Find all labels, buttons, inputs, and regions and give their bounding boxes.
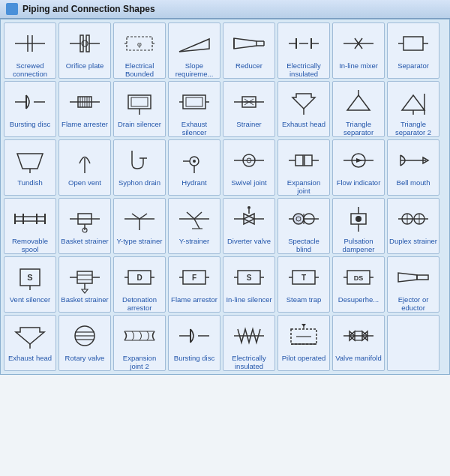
basket-strainer-icon <box>65 202 104 235</box>
svg-marker-146 <box>398 273 417 282</box>
shape-cell-y-strainer[interactable]: Y-strainer <box>168 198 220 254</box>
shape-cell-bursting-disc[interactable]: Bursting disc <box>4 81 56 137</box>
drain-silencer-icon <box>120 85 159 118</box>
svg-point-64 <box>193 160 196 163</box>
shape-cell-bell-mouth[interactable]: Bell mouth <box>387 139 440 196</box>
shape-cell-separator[interactable]: Separator <box>387 22 440 79</box>
shape-cell-bursting-disc-2[interactable]: Bursting disc <box>168 315 220 371</box>
shape-cell-triangle-separator[interactable]: Triangle separator <box>332 81 385 137</box>
electrically-insulated-label: Electrically insulated <box>280 61 328 79</box>
shape-cell-drain-silencer[interactable]: Drain silencer <box>113 81 166 137</box>
exhaust-head-icon <box>284 85 323 118</box>
shape-cell-flame-arrester[interactable]: Flame arrester <box>58 81 111 137</box>
shape-cell-ejector-eductor[interactable]: Ejector or eductor <box>387 256 440 313</box>
title-icon <box>6 3 18 15</box>
svg-marker-53 <box>347 95 370 110</box>
shape-cell-syphon-drain[interactable]: Syphon drain <box>113 139 166 196</box>
bursting-disc-icon <box>10 85 50 118</box>
spectacle-blind-label: Spectacle blind <box>280 237 328 254</box>
svg-text:F: F <box>192 274 196 282</box>
svg-point-103 <box>293 214 304 224</box>
expansion-joint-label: Expansion joint <box>280 178 328 196</box>
shape-cell-swivel-joint[interactable]: Swivel joint <box>223 139 275 196</box>
electrical-bounded-label: Electrical Bounded <box>116 61 164 79</box>
shape-cell-hydrant[interactable]: Hydrant <box>168 139 220 196</box>
in-line-mixer-icon <box>339 26 378 60</box>
shape-cell-rotary-valve[interactable]: Rotary valve <box>58 315 111 371</box>
shape-cell-steam-trap[interactable]: TSteam trap <box>278 256 330 313</box>
shape-cell-in-line-mixer[interactable]: In-line mixer <box>332 22 385 79</box>
shape-cell-flow-indicator[interactable]: Flow indicator <box>332 139 385 196</box>
tundish-icon <box>10 143 50 177</box>
shape-cell-slope-requirement[interactable]: Slope requireme... <box>168 22 220 79</box>
svg-text:D: D <box>136 274 142 282</box>
shape-cell-detonation-arrestor[interactable]: DDetonation arrestor <box>113 256 166 313</box>
svg-rect-121 <box>77 271 92 283</box>
shape-cell-electrically-insulated[interactable]: Electrically insulated <box>278 22 330 79</box>
shape-cell-electrical-bounded[interactable]: φElectrical Bounded <box>113 22 166 79</box>
svg-marker-148 <box>16 328 44 344</box>
shape-cell-expansion-joint-2[interactable]: Expansion joint 2 <box>113 315 166 371</box>
orifice-plate-icon <box>65 26 104 60</box>
svg-point-7 <box>82 40 88 46</box>
diverter-valve-icon <box>230 202 268 235</box>
removable-spool-icon <box>10 202 50 235</box>
hydrant-label: Hydrant <box>182 178 206 187</box>
shape-cell-diverter-valve[interactable]: Diverter valve <box>223 198 275 254</box>
shape-cell-orifice-plate[interactable]: Orifice plate <box>58 22 111 79</box>
y-strainer-icon <box>175 202 214 235</box>
shape-cell-in-line-silencer[interactable]: SIn-line silencer <box>223 256 275 313</box>
open-vent-icon <box>65 143 104 177</box>
shape-cell-flame-arrestor[interactable]: FFlame arrestor <box>168 256 220 313</box>
shape-cell-exhaust-head[interactable]: Exhaust head <box>278 81 330 137</box>
in-line-silencer-icon: S <box>230 260 268 294</box>
strainer-label: Strainer <box>236 120 261 128</box>
shape-cell-basket-strainer-2[interactable]: Basket strainer <box>58 256 111 313</box>
shape-cell-valve-manifold[interactable]: Valve manifold <box>332 315 385 371</box>
shape-cell-vent-silencer[interactable]: SVent silencer <box>4 256 56 313</box>
shape-cell-screwed-connection[interactable]: Screwed connection <box>4 22 56 79</box>
shape-cell-empty[interactable] <box>387 315 440 371</box>
tundish-label: Tundish <box>17 178 42 187</box>
shape-cell-duplex-strainer[interactable]: Duplex strainer <box>387 198 440 254</box>
shape-cell-pilot-operated[interactable]: Pilot operated <box>278 315 330 371</box>
shape-cell-y-type-strainer[interactable]: Y-type strainer <box>113 198 166 254</box>
hydrant-icon <box>175 143 214 177</box>
vent-silencer-icon: S <box>10 260 50 294</box>
shape-cell-exhaust-silencer[interactable]: Exhaust silencer <box>168 81 220 137</box>
shape-cell-basket-strainer[interactable]: Basket strainer <box>58 198 111 254</box>
shapes-panel: Screwed connectionOrifice plateφElectric… <box>0 19 450 375</box>
ejector-eductor-label: Ejector or eductor <box>389 295 437 313</box>
svg-point-109 <box>356 216 362 222</box>
shape-cell-desuperheater[interactable]: DSDesuperhe... <box>332 256 385 313</box>
in-line-mixer-label: In-line mixer <box>339 61 378 70</box>
shape-cell-reducer[interactable]: Reducer <box>223 22 275 79</box>
syphon-drain-icon <box>120 143 159 177</box>
shape-cell-exhaust-head-2[interactable]: Exhaust head <box>4 315 56 371</box>
swivel-joint-icon <box>230 143 268 177</box>
shape-cell-expansion-joint[interactable]: Expansion joint <box>278 139 330 196</box>
svg-point-101 <box>248 206 250 209</box>
pilot-operated-label: Pilot operated <box>282 354 326 362</box>
shape-cell-triangle-separator-2[interactable]: Triangle separator 2 <box>387 81 440 137</box>
shape-cell-open-vent[interactable]: Open vent <box>58 139 111 196</box>
flame-arrester-icon <box>65 85 104 118</box>
exhaust-silencer-icon <box>175 85 214 118</box>
shape-cell-removable-spool[interactable]: Removable spool <box>4 198 56 254</box>
rotary-valve-label: Rotary valve <box>65 354 105 362</box>
shape-cell-pulsation-dampener[interactable]: Pulsation dampener <box>332 198 385 254</box>
y-type-strainer-icon <box>120 202 159 235</box>
shape-cell-strainer[interactable]: Strainer <box>223 81 275 137</box>
desuperheater-label: Desuperhe... <box>338 295 379 304</box>
shape-cell-spectacle-blind[interactable]: Spectacle blind <box>278 198 330 254</box>
slope-requirement-icon <box>175 26 214 60</box>
bursting-disc-label: Bursting disc <box>10 120 50 128</box>
expansion-joint-2-label: Expansion joint 2 <box>116 354 164 371</box>
diverter-valve-label: Diverter valve <box>227 237 271 245</box>
duplex-strainer-icon <box>394 202 433 235</box>
vent-silencer-label: Vent silencer <box>10 295 50 304</box>
shape-cell-tundish[interactable]: Tundish <box>4 139 56 196</box>
flame-arrestor-label: Flame arrestor <box>171 295 218 304</box>
shape-cell-electrically-insulated-2[interactable]: Electrically insulated <box>223 315 275 371</box>
expansion-joint-2-icon <box>120 319 159 352</box>
